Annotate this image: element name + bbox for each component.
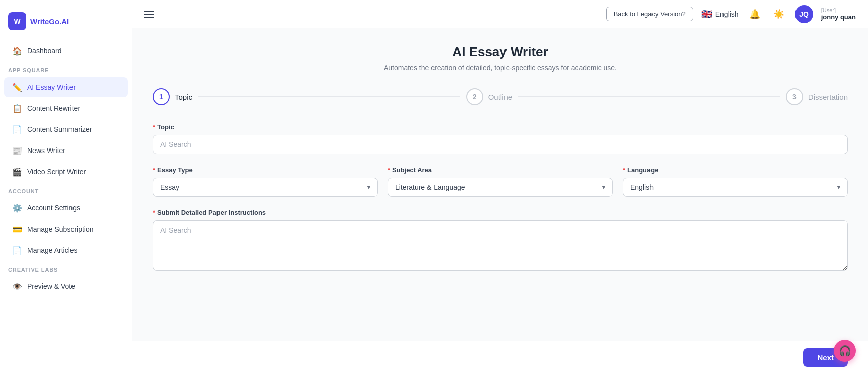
eye-icon: 👁️ (12, 281, 22, 291)
language-select-wrap: English Spanish French German Chinese ▼ (623, 178, 848, 197)
subscription-icon: 💳 (12, 224, 22, 234)
logo-text: WriteGo.AI (30, 17, 69, 26)
page-title: AI Essay Writer (153, 44, 848, 60)
video-icon: 🎬 (12, 167, 22, 177)
summarize-icon: 📄 (12, 124, 22, 134)
sidebar-item-label: Content Rewriter (27, 104, 80, 112)
step-label-1: Topic (175, 93, 192, 101)
sidebar-item-label: Manage Articles (27, 246, 78, 254)
user-info: [User] jonny quan (821, 7, 856, 21)
header: Back to Legacy Version? 🇬🇧 English 🔔 ☀️ … (132, 0, 868, 28)
subject-area-select-wrap: Literature & Language Science Mathematic… (388, 178, 613, 197)
help-icon: 🎧 (839, 345, 851, 357)
language-selector[interactable]: 🇬🇧 English (701, 9, 739, 20)
step-line-1-2 (198, 96, 460, 97)
subject-area-label: * Subject Area (388, 166, 613, 174)
news-icon: 📰 (12, 145, 22, 156)
step-line-2-3 (518, 96, 780, 97)
hamburger-menu[interactable] (144, 11, 154, 18)
language-field-label: * Language (623, 166, 848, 174)
subject-area-field: * Subject Area Literature & Language Sci… (388, 166, 613, 197)
topic-field-section: * Topic (153, 123, 848, 154)
selects-row: * Essay Type Essay Research Paper Thesis… (153, 166, 848, 197)
pencil-icon: ✏️ (12, 82, 22, 92)
sidebar-item-label: Video Script Writer (27, 168, 86, 176)
sidebar-item-account-settings[interactable]: ⚙️ Account Settings (4, 198, 128, 218)
header-left (144, 11, 154, 18)
page-subtitle: Automates the creation of detailed, topi… (153, 64, 848, 72)
step-circle-2: 2 (466, 88, 483, 105)
theme-toggle-button[interactable]: ☀️ (771, 6, 787, 22)
main-area: Back to Legacy Version? 🇬🇧 English 🔔 ☀️ … (132, 0, 868, 374)
sidebar-item-ai-essay-writer[interactable]: ✏️ AI Essay Writer (4, 77, 128, 97)
notifications-button[interactable]: 🔔 (747, 6, 763, 22)
legacy-version-button[interactable]: Back to Legacy Version? (606, 7, 693, 21)
logo-icon: W (8, 12, 26, 30)
step-3: 3 Dissertation (786, 88, 848, 105)
instructions-field-label: * Submit Detailed Paper Instructions (153, 209, 848, 216)
sidebar-item-manage-articles[interactable]: 📄 Manage Articles (4, 240, 128, 260)
instructions-field-section: * Submit Detailed Paper Instructions (153, 209, 848, 273)
header-right: Back to Legacy Version? 🇬🇧 English 🔔 ☀️ … (606, 5, 856, 23)
sidebar-item-video-script-writer[interactable]: 🎬 Video Script Writer (4, 162, 128, 182)
content-area: AI Essay Writer Automates the creation o… (132, 28, 868, 341)
home-icon: 🏠 (12, 46, 22, 56)
essay-type-field: * Essay Type Essay Research Paper Thesis… (153, 166, 378, 197)
topic-field-label: * Topic (153, 123, 848, 131)
sidebar-item-content-summarizer[interactable]: 📄 Content Summarizer (4, 119, 128, 139)
essay-type-label: * Essay Type (153, 166, 378, 174)
step-label-2: Outline (488, 93, 513, 101)
sidebar: W WriteGo.AI 🏠 Dashboard APP SQUARE ✏️ A… (0, 0, 132, 374)
app-square-section-label: APP SQUARE (0, 61, 132, 77)
sidebar-item-label: Content Summarizer (27, 125, 92, 133)
footer: Next (132, 341, 868, 374)
step-circle-3: 3 (786, 88, 803, 105)
sidebar-item-label: AI Essay Writer (27, 83, 76, 91)
flag-icon: 🇬🇧 (701, 9, 712, 20)
language-select[interactable]: English Spanish French German Chinese (623, 178, 848, 197)
sidebar-item-label: Manage Subscription (27, 225, 94, 233)
account-section-label: ACCOUNT (0, 182, 132, 197)
sidebar-item-label: Account Settings (27, 204, 80, 212)
rewrite-icon: 📋 (12, 103, 22, 113)
instructions-textarea[interactable] (153, 220, 848, 271)
topic-input[interactable] (153, 135, 848, 154)
avatar[interactable]: JQ (795, 5, 813, 23)
sidebar-item-dashboard[interactable]: 🏠 Dashboard (4, 41, 128, 61)
gear-icon: ⚙️ (12, 203, 22, 213)
step-1: 1 Topic (153, 88, 192, 105)
sidebar-item-content-rewriter[interactable]: 📋 Content Rewriter (4, 98, 128, 118)
subject-area-select[interactable]: Literature & Language Science Mathematic… (388, 178, 613, 197)
help-button[interactable]: 🎧 (834, 340, 856, 362)
creative-labs-section-label: CREATIVE LABS (0, 261, 132, 276)
stepper: 1 Topic 2 Outline 3 Dissertation (153, 88, 848, 105)
essay-type-select[interactable]: Essay Research Paper Thesis Report (153, 178, 378, 197)
step-label-3: Dissertation (808, 93, 848, 101)
articles-icon: 📄 (12, 245, 22, 255)
sidebar-item-label: Preview & Vote (27, 282, 75, 290)
user-name: jonny quan (821, 13, 856, 21)
step-2: 2 Outline (466, 88, 513, 105)
sidebar-item-news-writer[interactable]: 📰 News Writer (4, 140, 128, 161)
sidebar-item-preview-vote[interactable]: 👁️ Preview & Vote (4, 276, 128, 296)
language-field: * Language English Spanish French German… (623, 166, 848, 197)
logo: W WriteGo.AI (0, 8, 132, 40)
sidebar-item-label: Dashboard (27, 47, 62, 55)
user-label: [User] (821, 7, 856, 13)
essay-type-select-wrap: Essay Research Paper Thesis Report ▼ (153, 178, 378, 197)
sidebar-item-label: News Writer (27, 146, 65, 155)
sidebar-item-manage-subscription[interactable]: 💳 Manage Subscription (4, 219, 128, 239)
language-label: English (715, 10, 739, 18)
step-circle-1: 1 (153, 88, 170, 105)
